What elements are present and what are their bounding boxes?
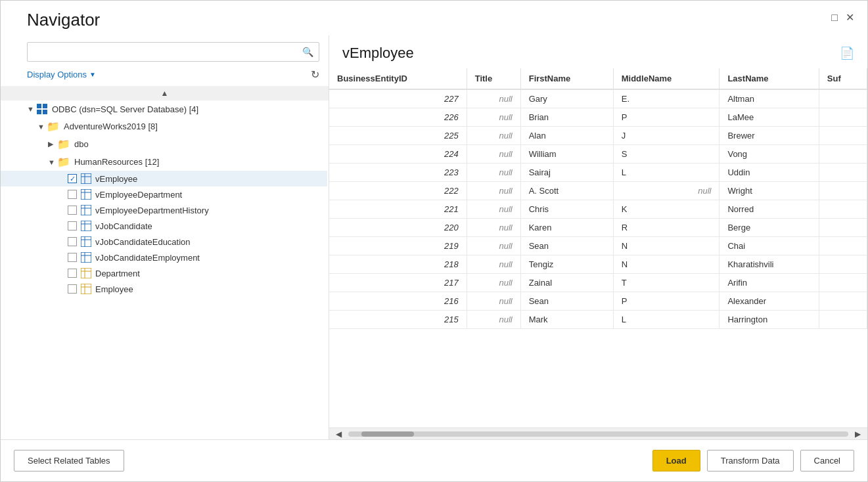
window-title: Navigator [27, 10, 100, 30]
window-controls: □ ✕ [831, 12, 854, 28]
cell-middlename: K [613, 200, 720, 219]
cell-id: 223 [329, 164, 467, 182]
tree-node-humanresources[interactable]: ▼ 📁 HumanResources [12] [1, 153, 327, 171]
vemployee-label: vEmployee [95, 174, 137, 184]
cell-lastname: Harrington [720, 311, 819, 329]
tree-item-vemployee[interactable]: ✓ vEmployee [1, 171, 327, 186]
footer-right: Load Transform Data Cancel [652, 450, 854, 471]
display-options-label: Display Options [27, 70, 87, 79]
preview-title: vEmployee [342, 45, 414, 62]
table-row: 225nullAlanJBrewer [329, 127, 867, 145]
scroll-track[interactable] [348, 431, 848, 437]
cell-lastname: Arifin [720, 274, 819, 292]
vjobcandidateeducation-checkbox[interactable] [68, 237, 77, 246]
cell-id: 224 [329, 145, 467, 164]
view-table-icon [81, 236, 91, 247]
cell-id: 216 [329, 292, 467, 311]
tree-node-odbc[interactable]: ▼ ODBC (dsn=SQL Server Database) [4] [1, 100, 327, 118]
horizontal-scrollbar[interactable]: ◀ ▶ [329, 427, 867, 439]
cell-title: null [467, 200, 520, 219]
search-input[interactable] [28, 47, 297, 57]
cell-middlename: T [613, 274, 720, 292]
cell-firstname: Tengiz [520, 255, 613, 274]
tree-item-vjobcandidate[interactable]: vJobCandidate [1, 218, 327, 234]
table-row: 218nullTengizNKharatishvili [329, 255, 867, 274]
cell-lastname: LaMee [720, 108, 819, 127]
svg-rect-3 [43, 110, 47, 114]
load-button[interactable]: Load [652, 450, 700, 471]
collapse-icon: ▼ [37, 123, 47, 131]
close-icon[interactable]: ✕ [846, 12, 854, 23]
collapse-icon: ▼ [27, 105, 36, 113]
department-label: Department [95, 269, 140, 278]
col-header-firstname: FirstName [520, 68, 613, 89]
cell-id: 217 [329, 274, 467, 292]
scroll-thumb[interactable] [361, 431, 414, 437]
dbo-node-label: dbo [74, 139, 89, 149]
tree-node-dbo[interactable]: ▶ 📁 dbo [1, 135, 327, 153]
tree-item-vjobcandidateeducation[interactable]: vJobCandidateEducation [1, 234, 327, 250]
cell-firstname: A. Scott [520, 182, 613, 200]
cell-firstname: Chris [520, 200, 613, 219]
cell-middlename: J [613, 127, 720, 145]
cell-id: 218 [329, 255, 467, 274]
tree-scroll[interactable]: ▼ ODBC (dsn=SQL Server Database) [4] [1, 100, 329, 433]
cell-middlename: P [613, 108, 720, 127]
transform-data-button[interactable]: Transform Data [707, 450, 794, 471]
tree-item-vjobcandidateemployment[interactable]: vJobCandidateEmployment [1, 250, 327, 265]
cell-lastname: Altman [720, 89, 819, 108]
minimize-icon[interactable]: □ [831, 12, 838, 23]
display-options-button[interactable]: Display Options ▼ [27, 70, 96, 79]
cell-id: 219 [329, 237, 467, 255]
cell-suf [819, 200, 867, 219]
cell-suf [819, 108, 867, 127]
navigator-window: Navigator □ ✕ 🔍 Display Options ▼ ↻ [0, 0, 868, 482]
table-icon [81, 268, 91, 278]
tree-item-vemployeedepartment[interactable]: vEmployeeDepartment [1, 186, 327, 202]
title-bar: Navigator □ ✕ [1, 1, 867, 30]
department-checkbox[interactable] [68, 269, 77, 278]
cell-suf [819, 274, 867, 292]
tree-item-department[interactable]: Department [1, 265, 327, 281]
cell-id: 225 [329, 127, 467, 145]
employee-checkbox[interactable] [68, 284, 77, 294]
vjobcandidate-label: vJobCandidate [95, 221, 152, 231]
svg-rect-2 [37, 110, 41, 114]
refresh-icon[interactable]: ↻ [311, 68, 319, 81]
cell-suf [819, 164, 867, 182]
select-related-tables-button[interactable]: Select Related Tables [14, 450, 124, 471]
vemployeedepartmenthistory-checkbox[interactable] [68, 206, 77, 215]
vjobcandidate-checkbox[interactable] [68, 221, 77, 230]
cell-middlename: P [613, 292, 720, 311]
cancel-button[interactable]: Cancel [800, 450, 854, 471]
scroll-right-icon[interactable]: ▶ [851, 429, 865, 439]
col-header-middlename: MiddleName [613, 68, 720, 89]
odbc-node-label: ODBC (dsn=SQL Server Database) [4] [52, 104, 198, 114]
cell-suf [819, 311, 867, 329]
svg-rect-0 [37, 104, 41, 108]
vemployee-checkbox[interactable]: ✓ [68, 174, 77, 183]
cell-middlename: R [613, 219, 720, 237]
cell-suf [819, 182, 867, 200]
view-table-icon [81, 221, 91, 231]
table-row: 220nullKarenRBerge [329, 219, 867, 237]
vjobcandidateemployment-label: vJobCandidateEmployment [95, 253, 200, 263]
tree-item-vemployeedepartmenthistory[interactable]: vEmployeeDepartmentHistory [1, 202, 327, 218]
humanresources-node-label: HumanResources [12] [74, 157, 159, 167]
tree-scroll-up-button[interactable]: ▲ [1, 86, 329, 100]
content-area: 🔍 Display Options ▼ ↻ ▲ ▼ [1, 35, 867, 439]
cell-lastname: Kharatishvili [720, 255, 819, 274]
data-table-scroll[interactable]: BusinessEntityID Title FirstName MiddleN… [329, 68, 867, 427]
cell-title: null [467, 108, 520, 127]
svg-rect-13 [81, 221, 91, 231]
tree-item-employee[interactable]: Employee [1, 281, 327, 297]
export-icon[interactable]: 📄 [840, 46, 854, 60]
vemployeedepartmenthistory-label: vEmployeeDepartmentHistory [95, 206, 209, 215]
scroll-left-icon[interactable]: ◀ [332, 429, 346, 439]
table-row: 217nullZainalTArifin [329, 274, 867, 292]
cell-id: 215 [329, 311, 467, 329]
table-row: 224nullWilliamSVong [329, 145, 867, 164]
vjobcandidateemployment-checkbox[interactable] [68, 253, 77, 262]
tree-node-adventureworks[interactable]: ▼ 📁 AdventureWorks2019 [8] [1, 118, 327, 135]
vemployeedepartment-checkbox[interactable] [68, 190, 77, 199]
